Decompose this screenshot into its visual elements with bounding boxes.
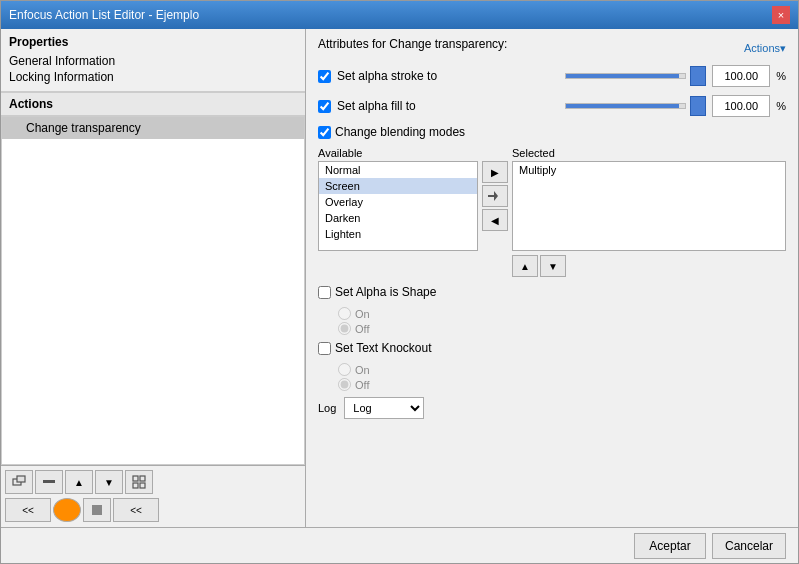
attributes-title: Attributes for Change transparency: <box>318 37 507 51</box>
alpha-shape-off-item: Off <box>338 322 786 335</box>
svg-marker-8 <box>488 191 498 201</box>
alpha-stroke-fill <box>566 74 680 78</box>
text-knockout-section: Set Text Knockout <box>318 341 786 355</box>
alpha-shape-off-label: Off <box>355 323 369 335</box>
blending-modes-checkbox[interactable] <box>318 126 331 139</box>
actions-section: Actions Change transparency <box>1 92 305 465</box>
actions-header: Actions <box>1 92 305 116</box>
general-information-link[interactable]: General Information <box>9 53 297 69</box>
alpha-fill-slider-section: 100.00 % <box>565 95 787 117</box>
text-knockout-off-item: Off <box>338 378 786 391</box>
alpha-fill-label: Set alpha fill to <box>337 99 559 113</box>
properties-title: Properties <box>9 35 297 49</box>
close-button[interactable]: × <box>772 6 790 24</box>
remove-from-selected-button[interactable]: ◀ <box>482 209 508 231</box>
alpha-fill-row: Set alpha fill to 100.00 % <box>318 95 786 117</box>
action-item[interactable]: Change transparency <box>2 117 304 139</box>
svg-rect-6 <box>140 483 145 488</box>
alpha-shape-checkbox[interactable] <box>318 286 331 299</box>
accept-button[interactable]: Aceptar <box>634 533 706 559</box>
svg-rect-1 <box>17 476 25 482</box>
right-panel: Attributes for Change transparency: Acti… <box>306 29 798 527</box>
alpha-shape-section: Set Alpha is Shape <box>318 285 786 299</box>
toolbar-prev-button[interactable]: << <box>5 498 51 522</box>
log-label: Log <box>318 402 336 414</box>
alpha-stroke-label: Set alpha stroke to <box>337 69 559 83</box>
alpha-fill-value[interactable]: 100.00 <box>712 95 770 117</box>
log-row: Log Log Warning Error None <box>318 397 786 419</box>
actions-dropdown-link[interactable]: Actions▾ <box>744 42 786 55</box>
toolbar-up-button[interactable]: ▲ <box>65 470 93 494</box>
text-knockout-label: Set Text Knockout <box>335 341 432 355</box>
updown-buttons: ▲ ▼ <box>512 255 786 277</box>
available-label: Available <box>318 147 478 159</box>
text-knockout-on-radio[interactable] <box>338 363 351 376</box>
blending-modes-header: Change blending modes <box>318 125 786 139</box>
alpha-shape-on-item: On <box>338 307 786 320</box>
text-knockout-off-radio[interactable] <box>338 378 351 391</box>
window-title: Enfocus Action List Editor - Ejemplo <box>9 8 199 22</box>
blend-selected-multiply[interactable]: Multiply <box>513 162 785 178</box>
toolbar-remove-button[interactable] <box>35 470 63 494</box>
toolbar-record-button[interactable] <box>53 498 81 522</box>
swap-button[interactable] <box>482 185 508 207</box>
transfer-buttons: ▶ ◀ <box>482 147 508 231</box>
alpha-shape-on-label: On <box>355 308 370 320</box>
toolbar-down-button[interactable]: ▼ <box>95 470 123 494</box>
text-knockout-radio-group: On Off <box>318 363 786 391</box>
alpha-stroke-indicator <box>690 66 706 86</box>
blending-modes-section: Change blending modes Available Normal S… <box>318 125 786 277</box>
actions-list: Change transparency <box>1 116 305 465</box>
toolbar-next-button[interactable]: << <box>113 498 159 522</box>
selected-label: Selected <box>512 147 786 159</box>
blend-available-normal[interactable]: Normal <box>319 162 477 178</box>
alpha-fill-fill <box>566 104 680 108</box>
properties-section: Properties General Information Locking I… <box>1 29 305 92</box>
blending-modes-label: Change blending modes <box>335 125 465 139</box>
selected-up-button[interactable]: ▲ <box>512 255 538 277</box>
svg-rect-7 <box>92 505 102 515</box>
text-knockout-on-item: On <box>338 363 786 376</box>
blend-available-darken[interactable]: Darken <box>319 210 477 226</box>
alpha-stroke-row: Set alpha stroke to 100.00 % <box>318 65 786 87</box>
alpha-shape-radio-group: On Off <box>318 307 786 335</box>
available-column: Available Normal Screen Overlay Darken L… <box>318 147 478 251</box>
selected-down-button[interactable]: ▼ <box>540 255 566 277</box>
bottom-bar: Aceptar Cancelar <box>1 527 798 563</box>
title-bar: Enfocus Action List Editor - Ejemplo × <box>1 1 798 29</box>
alpha-fill-unit: % <box>776 100 786 112</box>
left-bottom-toolbar: ▲ ▼ << <box>1 465 305 527</box>
attributes-header-row: Attributes for Change transparency: Acti… <box>318 37 786 59</box>
toolbar-stop-button[interactable] <box>83 498 111 522</box>
alpha-stroke-checkbox[interactable] <box>318 70 331 83</box>
alpha-shape-label: Set Alpha is Shape <box>335 285 436 299</box>
blend-available-overlay[interactable]: Overlay <box>319 194 477 210</box>
locking-information-link[interactable]: Locking Information <box>9 69 297 85</box>
main-window: Enfocus Action List Editor - Ejemplo × P… <box>0 0 799 564</box>
alpha-stroke-slider[interactable] <box>565 73 687 79</box>
toolbar-add-button[interactable] <box>5 470 33 494</box>
toolbar-row-2: << << <box>3 496 303 524</box>
log-select[interactable]: Log Warning Error None <box>344 397 424 419</box>
blend-available-screen[interactable]: Screen <box>319 178 477 194</box>
selected-column: Selected Multiply ▲ ▼ <box>512 147 786 277</box>
alpha-stroke-unit: % <box>776 70 786 82</box>
alpha-shape-on-radio[interactable] <box>338 307 351 320</box>
add-to-selected-button[interactable]: ▶ <box>482 161 508 183</box>
alpha-stroke-value[interactable]: 100.00 <box>712 65 770 87</box>
toolbar-row-1: ▲ ▼ <box>3 468 303 496</box>
blending-lists-container: Available Normal Screen Overlay Darken L… <box>318 147 786 277</box>
blend-available-lighten[interactable]: Lighten <box>319 226 477 242</box>
alpha-fill-checkbox[interactable] <box>318 100 331 113</box>
selected-list[interactable]: Multiply <box>512 161 786 251</box>
text-knockout-on-label: On <box>355 364 370 376</box>
alpha-fill-indicator <box>690 96 706 116</box>
svg-rect-4 <box>140 476 145 481</box>
toolbar-settings-button[interactable] <box>125 470 153 494</box>
text-knockout-checkbox[interactable] <box>318 342 331 355</box>
available-list[interactable]: Normal Screen Overlay Darken Lighten <box>318 161 478 251</box>
alpha-fill-slider[interactable] <box>565 103 687 109</box>
main-content: Properties General Information Locking I… <box>1 29 798 527</box>
cancel-button[interactable]: Cancelar <box>712 533 786 559</box>
alpha-shape-off-radio[interactable] <box>338 322 351 335</box>
